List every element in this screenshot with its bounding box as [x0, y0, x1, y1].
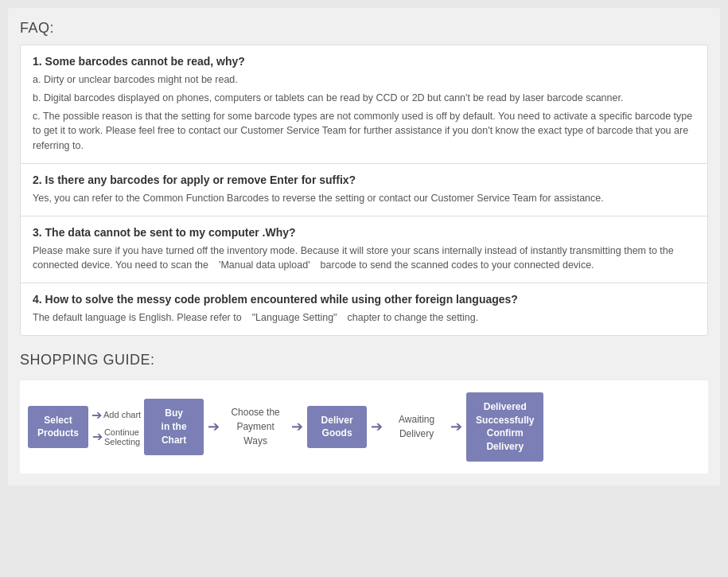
faq-item-1: 1. Some barcodes cannot be read, why? a.…	[21, 45, 707, 164]
shopping-guide-flow: Select Products ➔ Add chart ➔ ContinueSe…	[20, 380, 708, 474]
awaiting-label: AwaitingDelivery	[399, 414, 434, 439]
faq-answer-1b: b. Digital barcodes displayed on phones,…	[33, 91, 695, 106]
faq-question-2: 2. Is there any barcodes for apply or re…	[33, 173, 695, 186]
faq-container: 1. Some barcodes cannot be read, why? a.…	[20, 45, 708, 336]
step-awaiting-delivery: AwaitingDelivery	[387, 412, 446, 441]
guide-title: SHOPPING GUIDE:	[20, 352, 708, 368]
arrow-icon-5: ➔	[371, 418, 383, 435]
arrow-icon-4: ➔	[291, 418, 303, 435]
faq-question-4: 4. How to solve the messy code problem e…	[33, 293, 695, 306]
faq-item-3: 3. The data cannot be sent to my compute…	[21, 216, 707, 284]
faq-title: FAQ:	[20, 20, 708, 37]
faq-item-2: 2. Is there any barcodes for apply or re…	[21, 164, 707, 216]
faq-question-3: 3. The data cannot be sent to my compute…	[33, 226, 695, 239]
arrow-continue: ➔ ContinueSelecting	[92, 427, 140, 446]
faq-question-1: 1. Some barcodes cannot be read, why?	[33, 55, 695, 68]
faq-answer-2a: Yes, you can refer to the Common Functio…	[33, 191, 695, 206]
faq-answer-1c: c. The possible reason is that the setti…	[33, 109, 695, 154]
faq-answer-3a: Please make sure if you have turned off …	[33, 244, 695, 274]
arrow-icon-3: ➔	[208, 418, 220, 435]
step-payment-ways: Choose thePaymentWays	[224, 405, 287, 448]
step-select-products: Select Products	[28, 406, 88, 449]
step-deliver-goods: Deliver Goods	[307, 406, 367, 449]
main-container: FAQ: 1. Some barcodes cannot be read, wh…	[8, 8, 720, 485]
arrow-add-chart: ➔ Add chart	[91, 407, 141, 423]
arrow-icon-2: ➔	[92, 429, 103, 444]
arrow-block-1: ➔ Add chart ➔ ContinueSelecting	[91, 407, 141, 446]
add-chart-label: Add chart	[103, 410, 141, 419]
arrow-icon-1: ➔	[91, 407, 102, 423]
faq-answer-1a: a. Dirty or unclear barcodes might not b…	[33, 72, 695, 88]
step-delivered: Delivered Successfully Confirm Delivery	[466, 392, 543, 462]
arrow-icon-6: ➔	[450, 418, 462, 435]
step-buy-chart: Buy in the Chart	[144, 399, 204, 454]
continue-label: ContinueSelecting	[104, 427, 140, 446]
faq-answer-4a: The default language is English. Please …	[33, 310, 695, 326]
payment-label: Choose thePaymentWays	[231, 407, 279, 446]
faq-item-4: 4. How to solve the messy code problem e…	[21, 283, 707, 335]
